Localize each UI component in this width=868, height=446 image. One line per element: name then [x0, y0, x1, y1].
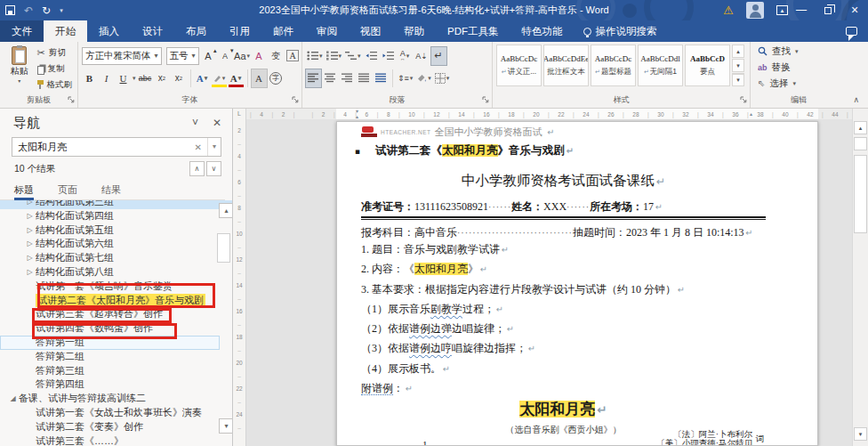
dialog-launcher-icon[interactable] [292, 96, 299, 103]
dialog-launcher-icon[interactable] [482, 96, 489, 103]
horizontal-ruler[interactable]: |4|2||2|4|6|8|10|12|14|16|18|20|22|24|26… [246, 109, 852, 119]
grow-font-button[interactable]: A▴ [201, 47, 216, 65]
ribbon-tab[interactable]: 开始 [44, 20, 87, 42]
nav-scrollbar-thumb[interactable] [217, 233, 230, 263]
dialog-launcher-icon[interactable] [740, 96, 747, 103]
shrink-font-button[interactable]: A▾ [218, 47, 233, 65]
align-right-button[interactable] [340, 69, 355, 87]
subscript-button[interactable]: x2 [155, 69, 170, 87]
chevron-collapsed-icon[interactable]: ▷ [24, 200, 36, 209]
ribbon-tab[interactable]: 特色功能 [510, 20, 575, 42]
document-page[interactable]: HTEACHER.NET 全国中小学教师资格面试 ↵ ▪试讲第二套《太阳和月亮》… [336, 121, 818, 446]
tell-me-search[interactable]: 操作说明搜索 [575, 20, 666, 42]
increase-indent-button[interactable] [381, 47, 396, 65]
nav-item[interactable]: 答辩第一组 [0, 336, 220, 350]
text-effects-button[interactable]: A▾ [195, 69, 210, 87]
nav-item[interactable]: 答辩第二组 [0, 350, 232, 364]
nav-item[interactable]: ▷结构化面试第五组 [0, 223, 232, 238]
vertical-ruler[interactable]: 2–4–6–8–10–12–14–16–18–20–22–24– [233, 119, 246, 446]
nav-tab[interactable]: 页面 [58, 183, 77, 200]
ribbon-tab[interactable]: 审阅 [305, 20, 349, 42]
ribbon-display-options-icon[interactable]: ▴ [776, 5, 788, 15]
ribbon-tab[interactable]: 帮助 [392, 20, 436, 42]
tab-stop-selector[interactable]: L [233, 109, 246, 119]
ruler-toggle-button[interactable] [854, 137, 867, 150]
nav-tab[interactable]: 结果 [101, 183, 121, 200]
italic-button[interactable]: I [99, 69, 114, 87]
superscript-button[interactable]: x2 [172, 69, 187, 87]
font-color-button[interactable]: A▾ [229, 69, 244, 87]
underline-button[interactable]: U [116, 69, 131, 87]
styles-gallery-expand-button[interactable]: ▾ [732, 73, 744, 86]
chevron-collapsed-icon[interactable]: ▷ [24, 209, 36, 223]
next-result-button[interactable]: ∨ [206, 161, 221, 176]
strikethrough-button[interactable]: abc [138, 69, 153, 87]
nav-item[interactable]: ▷结构化面试第七组 [0, 251, 232, 265]
bold-button[interactable]: B [82, 69, 97, 87]
paste-button[interactable]: 粘贴 ▾ [4, 45, 36, 93]
scrollbar-thumb[interactable] [854, 155, 867, 233]
clear-formatting-button[interactable]: A [252, 47, 267, 65]
nav-tab[interactable]: 标题 [14, 183, 34, 200]
character-border-button[interactable]: A [285, 47, 301, 65]
line-spacing-button[interactable]: ⇕≡▾ [397, 69, 414, 87]
nav-item[interactable]: 试讲第二套《变奏》创作 [0, 420, 232, 434]
collapse-ribbon-button[interactable]: ∧ [853, 95, 859, 104]
text-highlight-button[interactable]: ▾ [212, 69, 227, 87]
document-scrollbar[interactable]: ▴ ▾ [852, 109, 868, 446]
chevron-expanded-icon[interactable]: ◢ [7, 392, 19, 406]
decrease-indent-button[interactable] [364, 47, 379, 65]
styles-scroll-up-button[interactable]: ▴ [732, 45, 744, 58]
nav-item[interactable]: 试讲第一套《颂吉响》音乐鉴赏 [0, 280, 232, 294]
chevron-collapsed-icon[interactable]: ▷ [24, 251, 36, 265]
cut-button[interactable]: ✂剪切 [36, 45, 75, 61]
nav-close-icon[interactable]: ✕ [213, 117, 221, 129]
justify-button[interactable] [357, 69, 372, 87]
nav-item[interactable]: ▷结构化面试第四组 [0, 209, 232, 223]
format-painter-button[interactable]: 格式刷 [36, 77, 75, 93]
nav-item[interactable]: 试讲第三套《……》 [0, 434, 232, 446]
character-shading-button[interactable]: A [252, 69, 267, 87]
chevron-collapsed-icon[interactable]: ▷ [24, 237, 36, 251]
minimize-button[interactable]: — [788, 0, 815, 20]
ribbon-tab[interactable]: PDF工具集 [436, 20, 510, 42]
align-center-button[interactable] [323, 69, 338, 87]
chevron-collapsed-icon[interactable]: ▷ [24, 265, 36, 280]
font-size-select[interactable]: 五号▾ [166, 47, 199, 65]
style-card[interactable]: AaBbCcDdEe批注框文本 [543, 45, 589, 86]
change-case-button[interactable]: Aa▾ [235, 47, 250, 65]
scroll-up-button[interactable]: ▴ [854, 121, 867, 134]
nav-item[interactable]: 试讲第一套《女战士和炊事班长》演奏 [0, 406, 232, 420]
dialog-launcher-icon[interactable] [68, 96, 75, 103]
nav-item[interactable]: 试讲第二套《太阳和月亮》音乐与戏剧 [0, 294, 232, 308]
numbering-button[interactable]: ▾ [326, 47, 343, 65]
clear-search-icon[interactable]: ✕ [189, 142, 207, 152]
user-avatar[interactable] [746, 2, 764, 19]
scroll-down-button[interactable]: ▾ [854, 427, 867, 441]
phonetic-guide-button[interactable]: 变 [269, 47, 284, 65]
nav-scroll-down-button[interactable]: ▾ [219, 418, 233, 434]
undo-icon[interactable]: ↶ [24, 5, 33, 16]
style-card[interactable]: AaBbCcD要点 [685, 45, 730, 86]
ribbon-tab[interactable]: 布局 [174, 20, 218, 42]
ribbon-tab[interactable]: 邮件 [261, 20, 305, 42]
distribute-button[interactable] [374, 69, 389, 87]
qat-customize-icon[interactable]: ▾ [60, 7, 63, 13]
font-name-select[interactable]: 方正中雅宋简体▾ [82, 47, 162, 65]
ribbon-tab[interactable]: 设计 [131, 20, 174, 42]
ribbon-tab[interactable]: 引用 [218, 20, 261, 42]
restore-button[interactable] [815, 0, 841, 20]
nav-item[interactable]: ◢备课、试讲与答辩拔高训练二 [0, 392, 232, 406]
close-button[interactable]: × [841, 0, 868, 20]
search-options-dropdown-icon[interactable]: ▾ [207, 138, 221, 156]
warning-icon[interactable]: ⚠ [723, 4, 734, 16]
find-button[interactable]: 查找▾ [754, 44, 843, 59]
copy-button[interactable]: 复制 [36, 61, 75, 77]
nav-search-box[interactable]: 太阳和月亮 ✕ ▾ [12, 137, 221, 157]
style-card[interactable]: AaBbCcDc↵讲义正... [496, 45, 542, 86]
multilevel-list-button[interactable]: ▾ [344, 47, 362, 65]
nav-item[interactable]: ▷结构化面试第八组 [0, 265, 232, 280]
right-indent-marker[interactable]: ▴ [750, 111, 752, 117]
redo-icon[interactable]: ↻ [42, 5, 51, 16]
shading-button[interactable]: ▾ [415, 69, 432, 87]
